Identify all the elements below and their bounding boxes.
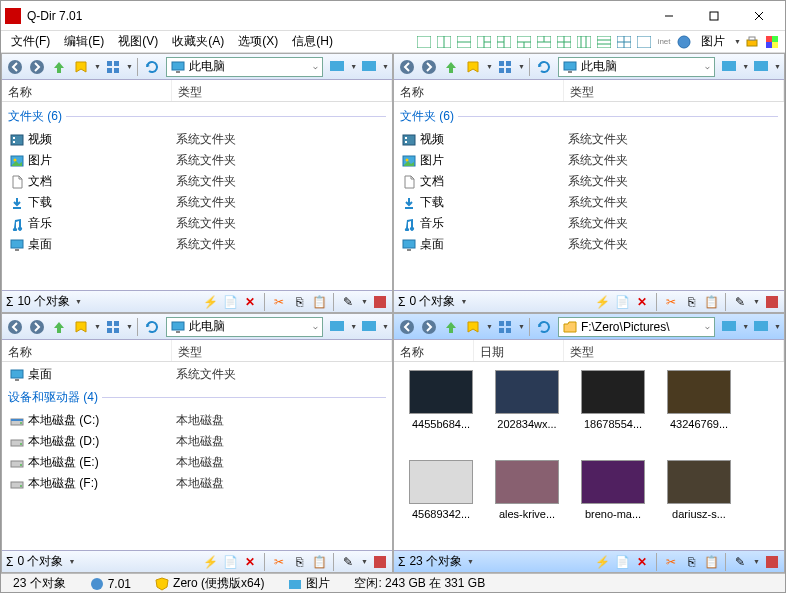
layout-4b-icon[interactable] bbox=[575, 34, 593, 50]
col-name[interactable]: 名称 bbox=[394, 340, 474, 361]
col-name[interactable]: 名称 bbox=[2, 340, 172, 361]
copy-icon[interactable]: ⎘ bbox=[291, 554, 307, 570]
cut-icon[interactable]: ✂ bbox=[271, 554, 287, 570]
layout-5b-icon[interactable] bbox=[635, 34, 653, 50]
file-row[interactable]: 下载系统文件夹 bbox=[8, 192, 386, 213]
delete-icon[interactable]: ✕ bbox=[634, 554, 650, 570]
minimize-button[interactable] bbox=[646, 2, 691, 30]
col-type[interactable]: 类型 bbox=[172, 340, 392, 361]
layout-inet-icon[interactable]: inet bbox=[655, 34, 673, 50]
grid-icon[interactable] bbox=[764, 294, 780, 310]
edit-icon[interactable]: ✎ bbox=[732, 554, 748, 570]
pane-4-thumbs[interactable]: 4455b684...202834wx...18678554...4324676… bbox=[394, 362, 784, 550]
chevron-down-icon[interactable]: ▼ bbox=[382, 323, 389, 330]
file-row[interactable]: 桌面系统文件夹 bbox=[400, 234, 778, 255]
chevron-down-icon[interactable]: ▼ bbox=[467, 558, 474, 565]
forward-button[interactable] bbox=[27, 57, 47, 77]
menu-edit[interactable]: 编辑(E) bbox=[58, 31, 110, 52]
back-button[interactable] bbox=[397, 57, 417, 77]
chevron-down-icon[interactable]: ▼ bbox=[486, 63, 493, 70]
favorites-button[interactable] bbox=[71, 57, 91, 77]
flash-icon[interactable]: ⚡ bbox=[202, 554, 218, 570]
thumbnail[interactable]: 45689342... bbox=[402, 460, 480, 542]
chevron-down-icon[interactable]: ▼ bbox=[734, 38, 741, 45]
up-button[interactable] bbox=[441, 317, 461, 337]
up-button[interactable] bbox=[49, 57, 69, 77]
menu-favorites[interactable]: 收藏夹(A) bbox=[166, 31, 230, 52]
file-row[interactable]: 文档系统文件夹 bbox=[8, 171, 386, 192]
edit-icon[interactable]: ✎ bbox=[340, 294, 356, 310]
file-row[interactable]: 本地磁盘 (F:)本地磁盘 bbox=[8, 473, 386, 494]
layout-5a-icon[interactable] bbox=[615, 34, 633, 50]
paste-icon[interactable]: 📋 bbox=[703, 294, 719, 310]
monitor1-icon[interactable] bbox=[327, 317, 347, 337]
delete-icon[interactable]: ✕ bbox=[242, 554, 258, 570]
chevron-down-icon[interactable]: ▼ bbox=[753, 558, 760, 565]
chevron-down-icon[interactable]: ▼ bbox=[361, 298, 368, 305]
up-button[interactable] bbox=[49, 317, 69, 337]
color-icon[interactable] bbox=[763, 34, 781, 50]
thumbnail[interactable]: 4455b684... bbox=[402, 370, 480, 452]
layout-3a-icon[interactable] bbox=[475, 34, 493, 50]
layout-3c-icon[interactable] bbox=[515, 34, 533, 50]
col-type[interactable]: 类型 bbox=[564, 80, 784, 101]
chevron-down-icon[interactable]: ▼ bbox=[94, 63, 101, 70]
globe-icon[interactable] bbox=[675, 34, 693, 50]
address-bar[interactable]: 此电脑 ⌵ bbox=[166, 317, 323, 337]
edit-icon[interactable]: ✎ bbox=[340, 554, 356, 570]
doc-icon[interactable]: 📄 bbox=[614, 554, 630, 570]
monitor1-icon[interactable] bbox=[327, 57, 347, 77]
file-row[interactable]: 图片系统文件夹 bbox=[8, 150, 386, 171]
col-date[interactable]: 日期 bbox=[474, 340, 564, 361]
address-bar[interactable]: 此电脑 ⌵ bbox=[558, 57, 715, 77]
chevron-down-icon[interactable]: ⌵ bbox=[705, 62, 710, 71]
file-row[interactable]: 音乐系统文件夹 bbox=[400, 213, 778, 234]
layout-2h-icon[interactable] bbox=[455, 34, 473, 50]
chevron-down-icon[interactable]: ▼ bbox=[774, 323, 781, 330]
cut-icon[interactable]: ✂ bbox=[663, 294, 679, 310]
chevron-down-icon[interactable]: ▼ bbox=[350, 323, 357, 330]
chevron-down-icon[interactable]: ▼ bbox=[94, 323, 101, 330]
chevron-down-icon[interactable]: ⌵ bbox=[313, 62, 318, 71]
paste-icon[interactable]: 📋 bbox=[311, 294, 327, 310]
view-button[interactable] bbox=[103, 317, 123, 337]
grid-icon[interactable] bbox=[372, 294, 388, 310]
col-name[interactable]: 名称 bbox=[394, 80, 564, 101]
file-row[interactable]: 图片系统文件夹 bbox=[400, 150, 778, 171]
doc-icon[interactable]: 📄 bbox=[614, 294, 630, 310]
up-button[interactable] bbox=[441, 57, 461, 77]
maximize-button[interactable] bbox=[691, 2, 736, 30]
forward-button[interactable] bbox=[419, 317, 439, 337]
chevron-down-icon[interactable]: ▼ bbox=[518, 323, 525, 330]
thumbnail[interactable]: breno-ma... bbox=[574, 460, 652, 542]
thumbnail[interactable]: 202834wx... bbox=[488, 370, 566, 452]
chevron-down-icon[interactable]: ▼ bbox=[75, 298, 82, 305]
cut-icon[interactable]: ✂ bbox=[663, 554, 679, 570]
favorites-button[interactable] bbox=[463, 317, 483, 337]
col-type[interactable]: 类型 bbox=[172, 80, 392, 101]
view-button[interactable] bbox=[495, 317, 515, 337]
forward-button[interactable] bbox=[419, 57, 439, 77]
monitor2-icon[interactable] bbox=[751, 57, 771, 77]
chevron-down-icon[interactable]: ▼ bbox=[350, 63, 357, 70]
file-row[interactable]: 本地磁盘 (C:)本地磁盘 bbox=[8, 410, 386, 431]
thumbnail[interactable]: dariusz-s... bbox=[660, 460, 738, 542]
refresh-button[interactable] bbox=[142, 317, 162, 337]
delete-icon[interactable]: ✕ bbox=[242, 294, 258, 310]
chevron-down-icon[interactable]: ▼ bbox=[126, 63, 133, 70]
chevron-down-icon[interactable]: ▼ bbox=[382, 63, 389, 70]
thumbnail[interactable]: 43246769... bbox=[660, 370, 738, 452]
chevron-down-icon[interactable]: ▼ bbox=[742, 323, 749, 330]
refresh-button[interactable] bbox=[142, 57, 162, 77]
file-row[interactable]: 音乐系统文件夹 bbox=[8, 213, 386, 234]
favorites-button[interactable] bbox=[463, 57, 483, 77]
paste-icon[interactable]: 📋 bbox=[703, 554, 719, 570]
chevron-down-icon[interactable]: ▼ bbox=[742, 63, 749, 70]
chevron-down-icon[interactable]: ▼ bbox=[460, 298, 467, 305]
favorites-button[interactable] bbox=[71, 317, 91, 337]
monitor2-icon[interactable] bbox=[751, 317, 771, 337]
file-row[interactable]: 桌面系统文件夹 bbox=[8, 234, 386, 255]
close-button[interactable] bbox=[736, 2, 781, 30]
chevron-down-icon[interactable]: ▼ bbox=[361, 558, 368, 565]
layout-1-icon[interactable] bbox=[415, 34, 433, 50]
